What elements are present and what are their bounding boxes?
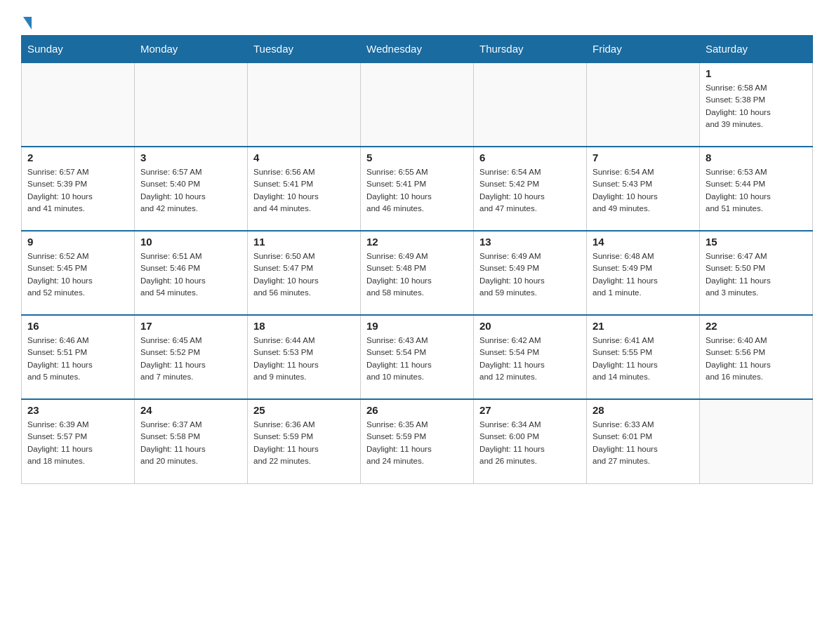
day-number: 10: [140, 236, 241, 248]
day-number: 9: [27, 236, 128, 248]
calendar-table: SundayMondayTuesdayWednesdayThursdayFrid…: [21, 35, 813, 484]
day-number: 2: [27, 152, 128, 163]
calendar-cell: 22Sunrise: 6:40 AM Sunset: 5:56 PM Dayli…: [700, 315, 813, 399]
day-info: Sunrise: 6:33 AM Sunset: 6:01 PM Dayligh…: [593, 419, 694, 467]
day-info: Sunrise: 6:51 AM Sunset: 5:46 PM Dayligh…: [140, 250, 241, 299]
day-number: 18: [253, 320, 355, 332]
day-info: Sunrise: 6:44 AM Sunset: 5:53 PM Dayligh…: [253, 335, 355, 383]
day-info: Sunrise: 6:35 AM Sunset: 5:59 PM Dayligh…: [366, 419, 468, 467]
logo-arrow-icon: [23, 17, 32, 29]
day-of-week-header: Saturday: [700, 36, 813, 63]
calendar-cell: 24Sunrise: 6:37 AM Sunset: 5:58 PM Dayli…: [135, 399, 248, 483]
page-header: [21, 14, 813, 28]
day-info: Sunrise: 6:52 AM Sunset: 5:45 PM Dayligh…: [27, 250, 128, 299]
calendar-cell: 23Sunrise: 6:39 AM Sunset: 5:57 PM Dayli…: [22, 399, 135, 483]
calendar-cell: 4Sunrise: 6:56 AM Sunset: 5:41 PM Daylig…: [248, 147, 361, 231]
calendar-cell: 7Sunrise: 6:54 AM Sunset: 5:43 PM Daylig…: [587, 147, 700, 231]
day-number: 6: [479, 152, 581, 163]
calendar-cell: 25Sunrise: 6:36 AM Sunset: 5:59 PM Dayli…: [248, 399, 361, 483]
day-of-week-header: Monday: [135, 36, 248, 63]
calendar-cell: [700, 399, 813, 483]
calendar-cell: 2Sunrise: 6:57 AM Sunset: 5:39 PM Daylig…: [22, 147, 135, 231]
calendar-cell: 18Sunrise: 6:44 AM Sunset: 5:53 PM Dayli…: [248, 315, 361, 399]
calendar-week-row: 1Sunrise: 6:58 AM Sunset: 5:38 PM Daylig…: [22, 62, 813, 147]
day-info: Sunrise: 6:43 AM Sunset: 5:54 PM Dayligh…: [366, 335, 468, 383]
calendar-week-row: 16Sunrise: 6:46 AM Sunset: 5:51 PM Dayli…: [22, 315, 813, 399]
day-number: 15: [706, 236, 807, 248]
calendar-cell: 8Sunrise: 6:53 AM Sunset: 5:44 PM Daylig…: [700, 147, 813, 231]
day-number: 4: [253, 152, 355, 163]
calendar-cell: 15Sunrise: 6:47 AM Sunset: 5:50 PM Dayli…: [700, 231, 813, 315]
calendar-cell: [474, 62, 587, 147]
day-number: 14: [593, 236, 694, 248]
day-number: 13: [479, 236, 581, 248]
calendar-cell: 5Sunrise: 6:55 AM Sunset: 5:41 PM Daylig…: [361, 147, 474, 231]
day-info: Sunrise: 6:41 AM Sunset: 5:55 PM Dayligh…: [593, 335, 694, 383]
day-info: Sunrise: 6:57 AM Sunset: 5:40 PM Dayligh…: [140, 166, 241, 215]
calendar-cell: 1Sunrise: 6:58 AM Sunset: 5:38 PM Daylig…: [700, 62, 813, 147]
calendar-week-row: 2Sunrise: 6:57 AM Sunset: 5:39 PM Daylig…: [22, 147, 813, 231]
day-info: Sunrise: 6:47 AM Sunset: 5:50 PM Dayligh…: [706, 250, 807, 299]
day-number: 22: [706, 320, 807, 332]
calendar-cell: 19Sunrise: 6:43 AM Sunset: 5:54 PM Dayli…: [361, 315, 474, 399]
calendar-cell: [587, 62, 700, 147]
day-info: Sunrise: 6:49 AM Sunset: 5:48 PM Dayligh…: [366, 250, 468, 299]
day-number: 20: [479, 320, 581, 332]
day-number: 24: [140, 404, 241, 416]
day-info: Sunrise: 6:36 AM Sunset: 5:59 PM Dayligh…: [253, 419, 355, 467]
day-number: 27: [479, 404, 581, 416]
calendar-cell: 10Sunrise: 6:51 AM Sunset: 5:46 PM Dayli…: [135, 231, 248, 315]
calendar-cell: 6Sunrise: 6:54 AM Sunset: 5:42 PM Daylig…: [474, 147, 587, 231]
day-info: Sunrise: 6:42 AM Sunset: 5:54 PM Dayligh…: [479, 335, 581, 383]
calendar-cell: 14Sunrise: 6:48 AM Sunset: 5:49 PM Dayli…: [587, 231, 700, 315]
calendar-cell: [22, 62, 135, 147]
calendar-week-row: 9Sunrise: 6:52 AM Sunset: 5:45 PM Daylig…: [22, 231, 813, 315]
day-of-week-header: Sunday: [22, 36, 135, 63]
day-number: 1: [706, 67, 807, 79]
day-info: Sunrise: 6:39 AM Sunset: 5:57 PM Dayligh…: [27, 419, 128, 467]
day-info: Sunrise: 6:37 AM Sunset: 5:58 PM Dayligh…: [140, 419, 241, 467]
day-info: Sunrise: 6:58 AM Sunset: 5:38 PM Dayligh…: [706, 82, 807, 130]
day-info: Sunrise: 6:56 AM Sunset: 5:41 PM Dayligh…: [253, 166, 355, 215]
day-info: Sunrise: 6:45 AM Sunset: 5:52 PM Dayligh…: [140, 335, 241, 383]
calendar-cell: [361, 62, 474, 147]
day-of-week-header: Tuesday: [248, 36, 361, 63]
logo: [21, 14, 32, 28]
calendar-cell: 17Sunrise: 6:45 AM Sunset: 5:52 PM Dayli…: [135, 315, 248, 399]
logo-top: [21, 14, 32, 29]
day-info: Sunrise: 6:48 AM Sunset: 5:49 PM Dayligh…: [593, 250, 694, 299]
calendar-header-row: SundayMondayTuesdayWednesdayThursdayFrid…: [22, 36, 813, 63]
day-info: Sunrise: 6:46 AM Sunset: 5:51 PM Dayligh…: [27, 335, 128, 383]
day-number: 17: [140, 320, 241, 332]
calendar-cell: 13Sunrise: 6:49 AM Sunset: 5:49 PM Dayli…: [474, 231, 587, 315]
day-info: Sunrise: 6:34 AM Sunset: 6:00 PM Dayligh…: [479, 419, 581, 467]
calendar-cell: 27Sunrise: 6:34 AM Sunset: 6:00 PM Dayli…: [474, 399, 587, 483]
calendar-cell: 12Sunrise: 6:49 AM Sunset: 5:48 PM Dayli…: [361, 231, 474, 315]
day-number: 23: [27, 404, 128, 416]
day-number: 28: [593, 404, 694, 416]
day-info: Sunrise: 6:50 AM Sunset: 5:47 PM Dayligh…: [253, 250, 355, 299]
day-number: 11: [253, 236, 355, 248]
day-info: Sunrise: 6:53 AM Sunset: 5:44 PM Dayligh…: [706, 166, 807, 215]
calendar-cell: 3Sunrise: 6:57 AM Sunset: 5:40 PM Daylig…: [135, 147, 248, 231]
calendar-cell: 9Sunrise: 6:52 AM Sunset: 5:45 PM Daylig…: [22, 231, 135, 315]
day-info: Sunrise: 6:57 AM Sunset: 5:39 PM Dayligh…: [27, 166, 128, 215]
calendar-cell: 28Sunrise: 6:33 AM Sunset: 6:01 PM Dayli…: [587, 399, 700, 483]
day-of-week-header: Friday: [587, 36, 700, 63]
calendar-cell: 21Sunrise: 6:41 AM Sunset: 5:55 PM Dayli…: [587, 315, 700, 399]
day-number: 16: [27, 320, 128, 332]
calendar-cell: [135, 62, 248, 147]
calendar-cell: 26Sunrise: 6:35 AM Sunset: 5:59 PM Dayli…: [361, 399, 474, 483]
day-number: 19: [366, 320, 468, 332]
day-info: Sunrise: 6:54 AM Sunset: 5:42 PM Dayligh…: [479, 166, 581, 215]
calendar-cell: 20Sunrise: 6:42 AM Sunset: 5:54 PM Dayli…: [474, 315, 587, 399]
calendar-cell: [248, 62, 361, 147]
day-number: 26: [366, 404, 468, 416]
calendar-cell: 16Sunrise: 6:46 AM Sunset: 5:51 PM Dayli…: [22, 315, 135, 399]
day-number: 25: [253, 404, 355, 416]
day-number: 12: [366, 236, 468, 248]
day-number: 21: [593, 320, 694, 332]
calendar-week-row: 23Sunrise: 6:39 AM Sunset: 5:57 PM Dayli…: [22, 399, 813, 483]
day-of-week-header: Thursday: [474, 36, 587, 63]
day-info: Sunrise: 6:54 AM Sunset: 5:43 PM Dayligh…: [593, 166, 694, 215]
